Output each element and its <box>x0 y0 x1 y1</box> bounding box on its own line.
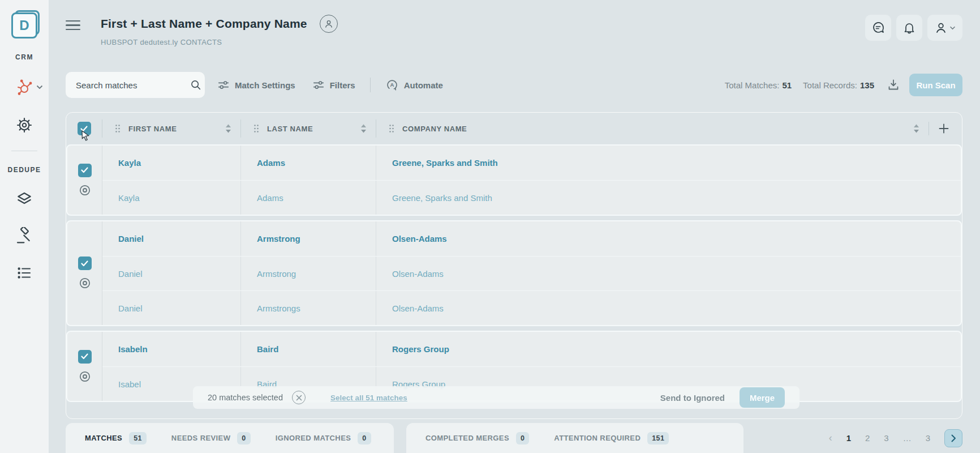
drag-handle-icon[interactable] <box>389 124 394 133</box>
footer-tab-count-badge: 0 <box>516 432 529 445</box>
table-row[interactable]: Daniel Armstrong Olsen-Adams <box>102 256 961 290</box>
download-icon[interactable] <box>887 78 900 92</box>
cell-last-name: Armstrong <box>241 257 376 290</box>
group-checkbox[interactable] <box>78 350 92 364</box>
merge-button[interactable]: Merge <box>740 387 785 408</box>
footer-tab-count-badge: 0 <box>237 432 250 445</box>
page-next-button[interactable] <box>944 429 962 447</box>
send-to-ignored-button[interactable]: Send to Ignored <box>660 393 725 403</box>
app-logo-letter: D <box>19 18 29 33</box>
footer-tab-label: NEEDS REVIEW <box>171 434 230 442</box>
layers-icon <box>15 190 33 208</box>
sort-icon[interactable] <box>913 124 919 133</box>
page-number[interactable]: 1 <box>846 433 851 443</box>
total-matches: Total Matches:51 <box>725 80 792 90</box>
sidebar-item-activity-list[interactable] <box>16 264 33 281</box>
run-scan-button[interactable]: Run Scan <box>909 74 962 96</box>
group-checkbox[interactable] <box>78 164 92 177</box>
match-settings-button[interactable]: Match Settings <box>217 79 295 91</box>
chat-bubble-icon <box>871 21 885 35</box>
topbar: First + Last Name + Company Name HUBSPOT… <box>66 15 962 46</box>
footer-tab[interactable]: ATTENTION REQUIRED 151 <box>554 432 669 445</box>
footer-tab[interactable]: MATCHES 51 <box>85 432 147 445</box>
cell-last-name: Adams <box>241 181 376 215</box>
footer-tab[interactable]: IGNORED MATCHES 0 <box>276 432 371 445</box>
table-row[interactable]: Kayla Adams Greene, Sparks and Smith <box>102 180 961 215</box>
filters-button[interactable]: Filters <box>312 79 355 91</box>
app-logo[interactable]: D <box>11 12 37 39</box>
pagination: ‹ 123 … 3 <box>829 423 962 453</box>
account-menu-button[interactable] <box>927 15 962 41</box>
column-header-last-name[interactable]: LAST NAME <box>241 119 376 138</box>
sidebar: D CRM <box>0 0 49 453</box>
feedback-button[interactable] <box>865 15 891 41</box>
table-row[interactable]: Isabeln Baird Rogers Group <box>102 332 961 366</box>
cell-last-name: Armstrong <box>241 221 376 256</box>
table-row[interactable]: Kayla Adams Greene, Sparks and Smith <box>102 146 961 180</box>
page-prev-icon[interactable]: ‹ <box>829 432 832 444</box>
column-label: LAST NAME <box>267 125 313 133</box>
sidebar-item-merge-rules[interactable] <box>15 227 33 245</box>
select-all-matches-link[interactable]: Select all 51 matches <box>330 394 407 402</box>
total-records: Total Records:135 <box>803 80 874 90</box>
footer-bar: MATCHES 51 NEEDS REVIEW 0 IGNORED MATCHE… <box>66 423 962 453</box>
list-icon <box>16 264 33 281</box>
sidebar-item-settings[interactable] <box>16 117 33 134</box>
table-row[interactable]: Daniel Armstrong Olsen-Adams <box>102 221 961 256</box>
footer-tab-count-badge: 0 <box>358 432 371 445</box>
clear-selection-icon[interactable] <box>292 391 306 404</box>
footer-tabs-panel-matches: MATCHES 51 NEEDS REVIEW 0 IGNORED MATCHE… <box>66 423 394 453</box>
sort-icon[interactable] <box>225 124 231 133</box>
match-groups: Kayla Adams Greene, Sparks and Smith Kay… <box>66 144 962 402</box>
sidebar-item-matches[interactable] <box>15 190 33 208</box>
cell-company-name: Olsen-Adams <box>376 257 961 290</box>
bell-icon <box>902 21 916 35</box>
toolbar: Match Settings Filters A <box>66 72 962 98</box>
chevron-down-icon <box>36 85 43 89</box>
header-divider <box>929 122 929 135</box>
hubspot-sprocket-icon <box>15 78 34 97</box>
cell-first-name: Isabeln <box>102 332 241 366</box>
cell-first-name: Kayla <box>102 181 241 215</box>
footer-tab-label: ATTENTION REQUIRED <box>554 434 641 442</box>
column-header-first-name[interactable]: FIRST NAME <box>102 119 241 138</box>
column-header-company-name[interactable]: COMPANY NAME <box>376 119 962 138</box>
selection-count: 20 matches selected <box>208 393 283 402</box>
footer-tab-label: COMPLETED MERGES <box>425 434 509 442</box>
gear-icon <box>16 117 33 134</box>
cell-company-name: Rogers Group <box>376 332 961 366</box>
menu-toggle-button[interactable] <box>66 20 80 33</box>
add-column-icon[interactable] <box>938 123 949 134</box>
match-settings-label: Match Settings <box>235 80 295 90</box>
preview-group-icon[interactable] <box>78 276 92 290</box>
cell-first-name: Daniel <box>102 291 241 325</box>
footer-tab[interactable]: COMPLETED MERGES 0 <box>425 432 529 445</box>
footer-tab-label: MATCHES <box>85 434 122 442</box>
drag-handle-icon[interactable] <box>253 124 259 133</box>
cell-company-name: Greene, Sparks and Smith <box>376 181 961 215</box>
notifications-button[interactable] <box>896 15 922 41</box>
totals: Total Matches:51 Total Records:135 <box>725 80 874 90</box>
select-all-checkbox[interactable] <box>78 122 91 135</box>
matches-table: FIRST NAME LAST NAME <box>66 112 962 419</box>
automate-button[interactable]: A Automate <box>385 78 443 92</box>
toolbar-divider <box>370 78 371 92</box>
search-input[interactable] <box>75 80 190 91</box>
user-circle-icon[interactable] <box>320 15 338 33</box>
sidebar-item-hubspot[interactable] <box>15 78 34 97</box>
pagination-ellipsis: … <box>903 433 912 443</box>
page-number[interactable]: 2 <box>865 433 870 443</box>
automate-label: Automate <box>404 80 443 90</box>
sort-icon[interactable] <box>360 124 367 133</box>
page-number-last[interactable]: 3 <box>926 433 930 443</box>
page-number[interactable]: 3 <box>884 433 888 443</box>
cell-first-name: Daniel <box>102 221 241 256</box>
filters-label: Filters <box>330 80 355 90</box>
group-checkbox[interactable] <box>78 257 92 270</box>
preview-group-icon[interactable] <box>78 370 92 383</box>
search-icon[interactable] <box>190 79 202 91</box>
preview-group-icon[interactable] <box>78 183 92 197</box>
table-row[interactable]: Daniel Armstrongs Olsen-Adams <box>102 290 961 325</box>
footer-tab[interactable]: NEEDS REVIEW 0 <box>171 432 251 445</box>
drag-handle-icon[interactable] <box>115 124 121 133</box>
